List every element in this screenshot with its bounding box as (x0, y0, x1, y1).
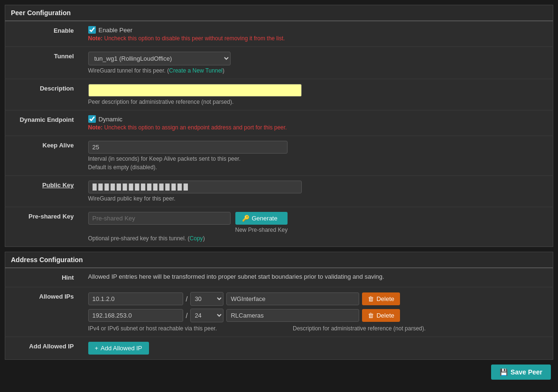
public-key-content: WireGuard public key for this peer. (81, 176, 553, 207)
generate-block: 🔑 Generate New Pre-shared Key (235, 212, 288, 233)
peer-config-section: Peer Configuration Enable Enable Peer No… (5, 5, 553, 247)
delete-button-2[interactable]: 🗑 Delete (362, 309, 400, 322)
dynamic-checkbox[interactable] (88, 115, 96, 123)
description-input[interactable] (88, 84, 302, 97)
dynamic-endpoint-label: Dynamic Endpoint (5, 110, 81, 136)
public-key-hint: WireGuard public key for this peer. (88, 195, 546, 202)
generate-sub-label: New Pre-shared Key (235, 227, 288, 233)
bottom-bar: 💾 Save Peer (5, 360, 553, 384)
preshared-hint: Optional pre-shared key for this tunnel.… (88, 235, 546, 242)
keep-alive-hint2: Default is empty (disabled). (88, 164, 546, 171)
plus-icon: + (95, 345, 99, 352)
desc-input-2[interactable] (226, 309, 359, 322)
allowed-ips-hint2: Description for administrative reference… (293, 325, 426, 332)
add-allowed-ip-row: Add Allowed IP + Add Allowed IP (5, 337, 553, 360)
save-icon: 💾 (500, 368, 508, 376)
dynamic-note-bold: Note: (88, 124, 103, 131)
keep-alive-input[interactable] (88, 141, 288, 154)
allowed-ips-hint1: IPv4 or IPv6 subnet or host reachable vi… (88, 325, 217, 332)
keep-alive-hint1: Interval (in seconds) for Keep Alive pac… (88, 155, 546, 162)
enable-checkbox[interactable] (88, 26, 96, 34)
address-config-header: Address Configuration (5, 252, 553, 268)
public-key-label-text: Public Key (42, 182, 74, 189)
dynamic-note-text: Uncheck this option to assign an endpoin… (102, 124, 287, 131)
trash-icon-2: 🗑 (368, 312, 374, 319)
tunnel-hint: WireGuard tunnel for this peer. (Create … (88, 67, 546, 74)
allowed-ip-row-2: / 816242526272829303132 🗑 Delete (88, 309, 546, 322)
peer-config-table: Enable Enable Peer Note: Uncheck this op… (5, 21, 553, 247)
dynamic-endpoint-row: Dynamic Endpoint Dynamic Note: Uncheck t… (5, 110, 553, 136)
description-content: Peer description for administrative refe… (81, 79, 553, 110)
public-key-label: Public Key (5, 176, 81, 207)
keep-alive-label: Keep Alive (5, 136, 81, 176)
generate-button-label: Generate (252, 215, 278, 222)
allowed-ips-hint-row: IPv4 or IPv6 subnet or host reachable vi… (88, 325, 546, 332)
preshared-key-content: 🔑 Generate New Pre-shared Key Optional p… (81, 207, 553, 247)
key-icon: 🔑 (242, 215, 250, 222)
tunnel-hint-prefix: WireGuard tunnel for this peer. ( (88, 67, 169, 74)
preshared-key-label: Pre-shared Key (5, 207, 81, 247)
hint-text: Allowed IP entries here will be transfor… (88, 273, 384, 280)
peer-config-header: Peer Configuration (5, 5, 553, 21)
add-allowed-ip-label: Add Allowed IP (5, 337, 81, 360)
hint-row: Hint Allowed IP entries here will be tra… (5, 268, 553, 287)
delete-label-2: Delete (376, 312, 394, 319)
dynamic-checkbox-row: Dynamic (88, 115, 546, 123)
tunnel-row: Tunnel tun_wg1 (RollingLoudOffice) WireG… (5, 47, 553, 79)
public-key-row: Public Key WireGuard public key for this… (5, 176, 553, 207)
save-peer-label: Save Peer (511, 368, 542, 376)
address-config-title: Address Configuration (11, 256, 83, 264)
hint-label: Hint (5, 268, 81, 287)
enable-label: Enable (5, 21, 81, 47)
public-key-input[interactable] (88, 181, 302, 193)
allowed-ips-row: Allowed IPs / 816242526272829303132 🗑 De… (5, 287, 553, 337)
preshared-key-row: Pre-shared Key 🔑 Generate New Pre-shared… (5, 207, 553, 247)
enable-note: Note: Uncheck this option to disable thi… (88, 35, 546, 42)
description-label: Description (5, 79, 81, 110)
delete-button-1[interactable]: 🗑 Delete (362, 292, 400, 305)
tunnel-select[interactable]: tun_wg1 (RollingLoudOffice) (88, 52, 231, 65)
trash-icon-1: 🗑 (368, 295, 374, 302)
address-config-table: Hint Allowed IP entries here will be tra… (5, 268, 553, 360)
preshared-hint-end: ) (203, 235, 205, 242)
tunnel-label: Tunnel (5, 47, 81, 79)
slash-1: / (186, 295, 188, 303)
enable-checkbox-label: Enable Peer (99, 27, 133, 34)
cidr-select-1[interactable]: 816242526272829303132 (190, 292, 223, 306)
cidr-select-2[interactable]: 816242526272829303132 (190, 309, 223, 322)
preshared-hint-prefix: Optional pre-shared key for this tunnel.… (88, 235, 190, 242)
dynamic-checkbox-label: Dynamic (99, 116, 123, 123)
slash-2: / (186, 312, 188, 319)
desc-input-1[interactable] (226, 292, 359, 305)
preshared-key-row-inner: 🔑 Generate New Pre-shared Key (88, 212, 546, 233)
description-hint: Peer description for administrative refe… (88, 99, 546, 105)
enable-content: Enable Peer Note: Uncheck this option to… (81, 21, 553, 47)
dynamic-note: Note: Uncheck this option to assign an e… (88, 124, 546, 131)
save-peer-button[interactable]: 💾 Save Peer (491, 365, 551, 380)
description-row: Description Peer description for adminis… (5, 79, 553, 110)
allowed-ip-row-1: / 816242526272829303132 🗑 Delete (88, 292, 546, 306)
address-config-section: Address Configuration Hint Allowed IP en… (5, 252, 553, 360)
ip-input-2[interactable] (88, 309, 183, 322)
preshared-key-input[interactable] (88, 212, 231, 225)
copy-link[interactable]: Copy (190, 235, 203, 242)
enable-note-bold: Note: (88, 35, 103, 42)
enable-note-text: Uncheck this option to disable this peer… (102, 35, 285, 42)
add-allowed-ip-btn-label: Add Allowed IP (101, 345, 142, 352)
tunnel-hint-end: ) (223, 67, 224, 74)
delete-label-1: Delete (376, 295, 394, 302)
allowed-ips-content: / 816242526272829303132 🗑 Delete / 8 (81, 287, 553, 337)
allowed-ips-label: Allowed IPs (5, 287, 81, 337)
peer-config-title: Peer Configuration (11, 9, 71, 17)
tunnel-content: tun_wg1 (RollingLoudOffice) WireGuard tu… (81, 47, 553, 79)
enable-checkbox-row: Enable Peer (88, 26, 546, 34)
add-allowed-ip-content: + Add Allowed IP (81, 337, 553, 360)
enable-row: Enable Enable Peer Note: Uncheck this op… (5, 21, 553, 47)
keep-alive-row: Keep Alive Interval (in seconds) for Kee… (5, 136, 553, 176)
create-tunnel-link[interactable]: Create a New Tunnel (169, 67, 223, 74)
ip-input-1[interactable] (88, 292, 183, 305)
keep-alive-content: Interval (in seconds) for Keep Alive pac… (81, 136, 553, 176)
hint-content: Allowed IP entries here will be transfor… (81, 268, 553, 287)
generate-button[interactable]: 🔑 Generate (235, 212, 288, 225)
add-allowed-ip-button[interactable]: + Add Allowed IP (88, 342, 149, 355)
